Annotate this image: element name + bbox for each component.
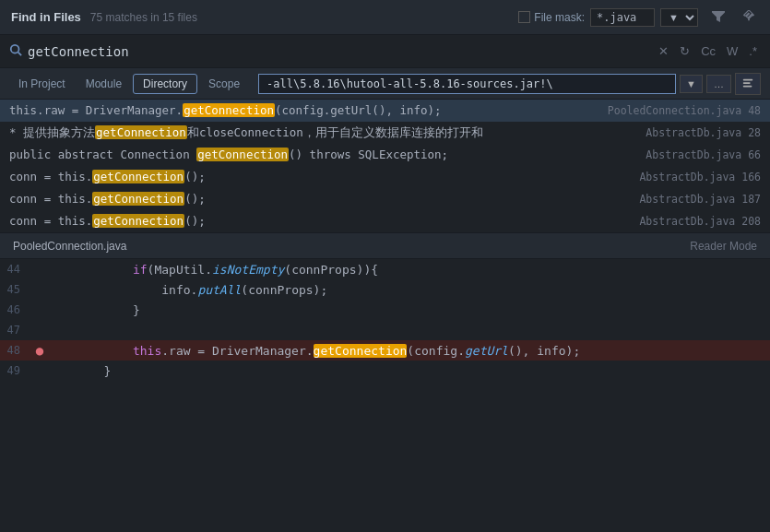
case-sensitive-btn[interactable]: Cc [697, 42, 719, 60]
line-number: 45 [0, 283, 33, 296]
result-file: PooledConnection.java 48 [589, 102, 761, 119]
code-line-46: 46 } [0, 300, 770, 320]
filter-icon [711, 8, 726, 23]
result-code-before: conn = this.getConnection(); [9, 190, 206, 208]
svg-point-0 [11, 44, 19, 53]
match-count: 75 matches in 15 files [90, 11, 197, 24]
search-icon [9, 43, 22, 60]
svg-rect-4 [743, 85, 752, 87]
tab-module[interactable]: Module [77, 75, 131, 93]
results-list: this.raw = DriverManager.getConnection(c… [0, 100, 770, 233]
line-number: 46 [0, 303, 33, 316]
code-lines: 44 if(MapUtil.isNotEmpty(connProps)){ 45… [0, 259, 770, 381]
line-content: if(MapUtil.isNotEmpty(connProps)){ [46, 263, 378, 277]
tab-directory[interactable]: Directory [133, 74, 197, 94]
line-content: } [46, 364, 111, 378]
reader-mode-label: Reader Mode [690, 240, 757, 253]
svg-rect-3 [743, 82, 751, 84]
tab-in-project[interactable]: In Project [9, 75, 75, 93]
line-number: 44 [0, 263, 33, 276]
directory-extra-icon [741, 77, 754, 89]
directory-input[interactable] [258, 74, 676, 94]
tabs-bar: In Project Module Directory Scope ▼ … [0, 68, 770, 100]
file-mask-group: File mask: ▼ [518, 8, 698, 27]
refresh-btn[interactable]: ↻ [676, 42, 693, 60]
result-code-before: conn = this.getConnection(); [9, 212, 206, 231]
preview-header: PooledConnection.java Reader Mode [0, 233, 770, 259]
code-line-49: 49 } [0, 361, 770, 381]
preview-pane: PooledConnection.java Reader Mode 44 if(… [0, 233, 770, 381]
result-row[interactable]: conn = this.getConnection(); AbstractDb.… [0, 166, 770, 188]
result-file: AbstractDb.java 28 [627, 124, 761, 141]
result-row[interactable]: conn = this.getConnection(); AbstractDb.… [0, 188, 770, 210]
code-line-45: 45 info.putAll(connProps); [0, 279, 770, 300]
whole-word-btn[interactable]: W [723, 42, 741, 60]
result-file: AbstractDb.java 208 [621, 213, 761, 230]
file-mask-dropdown[interactable]: ▼ [660, 8, 698, 27]
line-number: 48 [0, 344, 33, 357]
result-file: AbstractDb.java 187 [621, 191, 761, 207]
preview-filename: PooledConnection.java [13, 240, 126, 253]
breakpoint-dot: ● [36, 343, 43, 358]
result-row[interactable]: * 提供抽象方法getConnection和closeConnection，用于… [0, 122, 770, 144]
result-file: AbstractDb.java 66 [627, 147, 761, 163]
result-code-before: conn = this.getConnection(); [9, 168, 206, 186]
file-mask-checkbox[interactable] [518, 11, 530, 23]
line-content: this.raw = DriverManager.getConnection(c… [46, 344, 580, 358]
tab-scope[interactable]: Scope [199, 75, 249, 93]
directory-extra-btn[interactable] [735, 73, 761, 95]
directory-input-group: ▼ … [258, 73, 761, 95]
code-line-47: 47 [0, 320, 770, 340]
clear-search-btn[interactable]: ✕ [655, 42, 672, 60]
result-file: AbstractDb.java 166 [621, 169, 761, 185]
code-line-44: 44 if(MapUtil.isNotEmpty(connProps)){ [0, 259, 770, 279]
search-input[interactable] [28, 44, 649, 59]
line-content: info.putAll(connProps); [46, 283, 327, 297]
result-row[interactable]: conn = this.getConnection(); AbstractDb.… [0, 210, 770, 232]
result-code-before: public abstract Connection getConnection… [9, 146, 448, 164]
line-content: } [46, 303, 140, 317]
line-number: 47 [0, 324, 33, 337]
search-actions: ✕ ↻ Cc W .* [655, 42, 761, 60]
directory-browse-btn[interactable]: … [706, 75, 731, 93]
file-mask-checkbox-wrap[interactable]: File mask: [518, 11, 585, 24]
result-row[interactable]: public abstract Connection getConnection… [0, 144, 770, 166]
filter-icon-btn[interactable] [707, 6, 729, 28]
result-code-before: * 提供抽象方法getConnection和closeConnection，用于… [9, 124, 483, 142]
result-row[interactable]: this.raw = DriverManager.getConnection(c… [0, 100, 770, 122]
top-bar: Find in Files 75 matches in 15 files Fil… [0, 0, 770, 35]
svg-line-1 [18, 52, 22, 55]
pin-icon-btn[interactable] [739, 7, 759, 27]
file-mask-input[interactable] [590, 8, 655, 27]
find-in-files-title: Find in Files [11, 10, 81, 24]
line-number: 49 [0, 364, 33, 377]
result-code-before: this.raw = DriverManager.getConnection(c… [9, 101, 442, 120]
search-bar: ✕ ↻ Cc W .* [0, 35, 770, 68]
breakpoint-indicator: ● [33, 343, 46, 358]
code-line-48: 48 ● this.raw = DriverManager.getConnect… [0, 340, 770, 361]
pin-icon [742, 9, 755, 22]
file-mask-label: File mask: [534, 11, 585, 24]
regex-btn[interactable]: .* [745, 42, 761, 60]
svg-rect-2 [743, 78, 753, 80]
directory-dropdown-btn[interactable]: ▼ [680, 75, 703, 93]
